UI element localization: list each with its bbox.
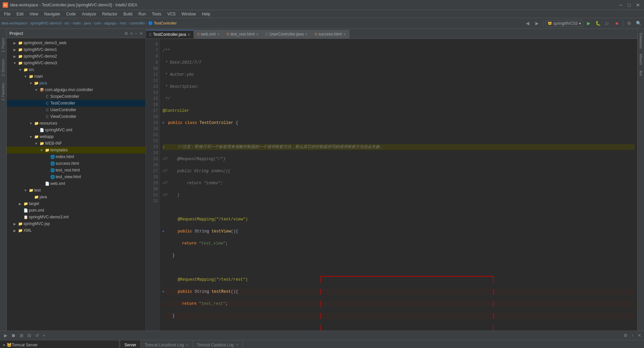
menu-run[interactable]: Run xyxy=(136,11,149,17)
tree-item-java[interactable]: ▼ 📂 java xyxy=(7,80,146,86)
stop-btn[interactable]: ■ xyxy=(613,19,621,27)
tree-item-webapp[interactable]: ▼ 📁 webapp xyxy=(7,133,146,140)
maven-tab[interactable]: Maven xyxy=(638,53,644,66)
bc-atguigu[interactable]: atguigu xyxy=(104,21,116,25)
bc-src[interactable]: src xyxy=(64,21,69,25)
sidebar-close-icon[interactable]: ─ xyxy=(135,31,138,36)
bottom-expand-btn[interactable]: ↑ xyxy=(630,332,635,339)
menu-analyze[interactable]: Analyze xyxy=(79,11,99,17)
svc-filter-btn[interactable]: ⊟ xyxy=(26,332,33,339)
nav-forward-btn[interactable]: ▶ xyxy=(533,19,541,27)
run-config-dropdown[interactable]: 🐱 springMVC03 ▾ xyxy=(545,20,583,27)
tree-item-iml[interactable]: 📋 springMVC-demo3.iml xyxy=(7,214,146,220)
title-controls[interactable]: ─ □ ✕ xyxy=(618,2,641,8)
tab-close-btn[interactable]: ✕ xyxy=(256,32,259,36)
nav-back-btn[interactable]: ◀ xyxy=(524,19,532,27)
tree-item-templates[interactable]: ▼ 📁 templates xyxy=(7,147,146,153)
bc-com[interactable]: com xyxy=(94,21,101,25)
tree-item-target[interactable]: ▶ 📁 target xyxy=(7,200,146,207)
svc-group-btn[interactable]: ⊞ xyxy=(18,332,25,339)
services-tomcat-server[interactable]: ▼ 🐱 Tomcat Server xyxy=(1,342,117,348)
run-with-coverage-btn[interactable]: ▷ xyxy=(603,19,611,27)
menu-file[interactable]: File xyxy=(1,11,13,17)
tree-item-springmvc-jsp[interactable]: ▶ 📁 springMVC-jsp xyxy=(7,220,146,227)
build-btn[interactable]: ▶ xyxy=(585,19,593,27)
tree-item-pom-xml[interactable]: 📄 pom.xml xyxy=(7,207,146,214)
menu-code[interactable]: Code xyxy=(63,11,78,17)
tree-item-package[interactable]: ▼ 📦 com.atguigu.mvc.controller xyxy=(7,86,146,93)
sidebar-settings-icon[interactable]: ⚙ xyxy=(124,31,128,36)
bc-workspace[interactable]: idea-workspace xyxy=(1,21,27,25)
server-tab[interactable]: Server xyxy=(120,340,141,348)
tree-item-success-html[interactable]: 🌐 success.html xyxy=(7,160,146,167)
menu-window[interactable]: Window xyxy=(179,11,199,17)
database-tab[interactable]: Database xyxy=(638,31,644,50)
menu-tools[interactable]: Tools xyxy=(149,11,164,17)
gutter-run-icon-2[interactable]: ▶ xyxy=(163,228,168,234)
menu-vcs[interactable]: VCS xyxy=(165,11,178,17)
bc-testcontroller[interactable]: TestController xyxy=(154,21,177,25)
bc-controller[interactable]: controller xyxy=(130,21,145,25)
tree-item-test-rest-html[interactable]: 🌐 test_rest.html xyxy=(7,167,146,173)
tab-usercontroller[interactable]: C UserController.java ✕ xyxy=(262,30,311,39)
maximize-button[interactable]: □ xyxy=(627,2,632,8)
bottom-settings-btn[interactable]: ⚙ xyxy=(622,332,629,339)
tree-item-main[interactable]: ▼ 📁 main xyxy=(7,73,146,80)
tab-webxml[interactable]: X web.xml ✕ xyxy=(194,30,223,39)
favorites-tab[interactable]: 2: Favorites xyxy=(1,83,5,100)
svc-add-btn[interactable]: + xyxy=(42,332,47,339)
search-everywhere-btn[interactable]: 🔍 xyxy=(635,19,643,27)
bc-demo3[interactable]: springMVC-demo3 xyxy=(31,21,61,25)
gutter-run-icon-3[interactable]: ▶ xyxy=(163,289,168,295)
tab-testcontroller[interactable]: C TestController.java ✕ xyxy=(146,30,194,39)
menu-view[interactable]: View xyxy=(27,11,41,17)
code-editor[interactable]: 678910 1112131415 1617181920 2122232425 … xyxy=(146,39,637,331)
tree-item-web-xml[interactable]: 📄 web.xml xyxy=(7,180,146,187)
menu-navigate[interactable]: Navigate xyxy=(42,11,63,17)
ant-tab[interactable]: Ant xyxy=(638,69,644,77)
tree-item-resources[interactable]: ▼ 📁 resources xyxy=(7,120,146,127)
tree-item-src[interactable]: ▼ 📁 src xyxy=(7,66,146,73)
code-content[interactable]: /** * Date:2021/7/7 * Author:ybc * Descr… xyxy=(160,39,637,331)
project-tab[interactable]: 1: Project xyxy=(1,38,5,52)
svc-play-btn[interactable]: ▶ xyxy=(3,332,9,339)
tab-close-btn[interactable]: ✕ xyxy=(305,32,308,36)
tree-item-springmvc-demo1[interactable]: ▶ 📁 springMVC-demo1 xyxy=(7,46,146,53)
debug-btn[interactable]: 🐛 xyxy=(594,19,602,27)
settings-btn[interactable]: ⚙ xyxy=(625,19,633,27)
menu-edit[interactable]: Edit xyxy=(14,11,26,17)
bottom-close-btn[interactable]: ✕ xyxy=(636,332,643,339)
tab-close[interactable]: ✕ xyxy=(236,343,238,347)
bc-java[interactable]: java xyxy=(84,21,91,25)
tab-success-html[interactable]: H success.html ✕ xyxy=(311,30,350,39)
tomcat-catalina-log-tab[interactable]: Tomcat Catalina Log ✕ xyxy=(193,340,243,348)
tab-close-btn[interactable]: ✕ xyxy=(343,32,346,36)
minimize-button[interactable]: ─ xyxy=(618,2,624,8)
close-button[interactable]: ✕ xyxy=(635,2,641,8)
tree-item-springboot-demo3-web[interactable]: ▶ 📁 springboot_demo3_web xyxy=(7,40,146,46)
bc-mvc[interactable]: mvc xyxy=(120,21,126,25)
tomcat-localhost-log-tab[interactable]: Tomcat Localhost Log ✕ xyxy=(141,340,193,348)
menu-help[interactable]: Help xyxy=(199,11,213,17)
tree-item-test[interactable]: ▼ 📁 test xyxy=(7,187,146,194)
tree-item-test-java[interactable]: 📁 java xyxy=(7,194,146,200)
tree-item-scope-controller[interactable]: C ScopeController xyxy=(7,93,146,100)
tab-close-btn[interactable]: ✕ xyxy=(217,32,220,36)
tree-item-index-html[interactable]: 🌐 index.html xyxy=(7,153,146,160)
tree-item-test-view-html[interactable]: 🌐 test_view.html xyxy=(7,173,146,180)
tree-item-springmvc-xml[interactable]: 📄 springMVC.xml xyxy=(7,127,146,133)
svc-stop-btn[interactable]: ⏹ xyxy=(10,332,17,339)
tab-close-btn[interactable]: ✕ xyxy=(187,33,190,37)
gutter-run-icon[interactable]: ▶ xyxy=(163,120,168,126)
menu-build[interactable]: Build xyxy=(121,11,135,17)
menu-refactor[interactable]: Refactor xyxy=(100,11,120,17)
tree-item-springmvc-demo3[interactable]: ▼ 📁 springMVC-demo3 xyxy=(7,60,146,66)
sidebar-pin-icon[interactable]: ✕ xyxy=(140,31,143,36)
bc-main[interactable]: main xyxy=(73,21,81,25)
svc-refresh-btn[interactable]: ↺ xyxy=(34,332,40,339)
sidebar-gear-icon[interactable]: ≡ xyxy=(130,31,132,36)
tree-item-webinf[interactable]: ▼ 📁 WEB-INF xyxy=(7,140,146,147)
tree-item-springmvc-demo2[interactable]: ▶ 📁 springMVC-demo2 xyxy=(7,53,146,60)
tree-item-view-controller[interactable]: C ViewController xyxy=(7,113,146,120)
tab-test-rest-html[interactable]: H test_rest.html ✕ xyxy=(223,30,262,39)
